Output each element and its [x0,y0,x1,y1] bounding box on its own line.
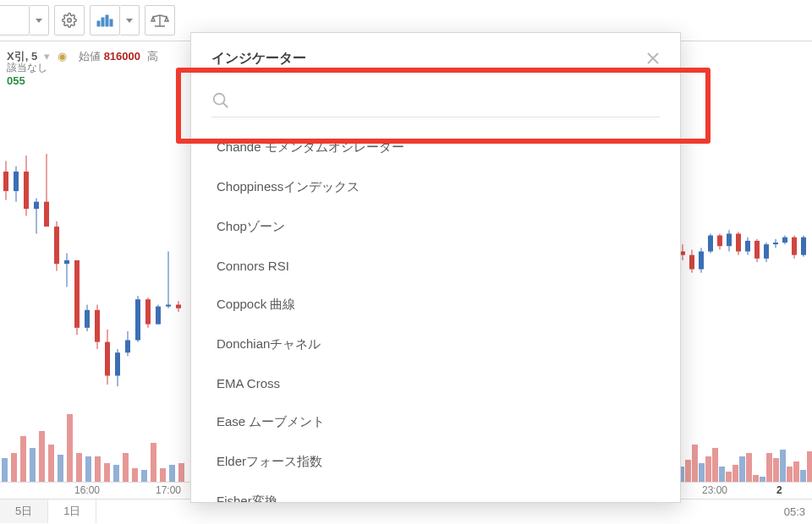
svg-rect-69 [2,458,8,482]
svg-rect-16 [54,227,59,264]
svg-point-109 [214,94,225,105]
svg-rect-91 [692,445,698,482]
svg-rect-106 [793,461,799,482]
svg-rect-8 [14,172,19,191]
indicator-item[interactable]: Ease ムーブメント [211,402,660,442]
candlestick-left [0,41,195,446]
volume-left [0,406,195,482]
svg-rect-68 [801,237,806,255]
indicator-item[interactable]: Connors RSI [211,247,660,285]
clock: 05:3 [784,505,805,518]
svg-rect-70 [11,453,17,482]
svg-rect-99 [746,453,752,482]
svg-rect-52 [727,234,732,247]
svg-rect-2 [102,18,104,26]
svg-rect-92 [699,463,705,482]
svg-rect-12 [34,202,39,209]
svg-rect-87 [169,465,175,482]
svg-rect-81 [113,465,119,482]
svg-rect-40 [176,305,181,308]
timeframe-1d[interactable]: 1日 [48,499,96,523]
svg-rect-50 [717,236,722,247]
svg-rect-1 [97,21,100,26]
svg-rect-66 [792,237,797,255]
svg-rect-56 [745,241,750,252]
svg-rect-34 [145,299,151,324]
chart-bars-icon [96,14,113,27]
svg-rect-62 [773,243,778,244]
candlestick-right [677,41,812,446]
svg-rect-71 [20,436,26,482]
svg-rect-24 [95,310,100,342]
svg-rect-84 [141,470,147,482]
svg-rect-72 [30,448,36,482]
indicators-modal: インジケーター Chande モメンタムオシレーターChoppinessインデッ… [190,32,681,503]
gear-icon [62,13,77,28]
svg-rect-86 [160,468,166,482]
indicator-item[interactable]: Chande モメンタムオシレーター [211,128,660,167]
indicator-item[interactable]: Coppock 曲線 [211,285,660,325]
volume-right [677,406,812,482]
svg-rect-90 [685,460,691,482]
svg-point-0 [68,19,72,23]
indicator-item[interactable]: EMA Cross [211,364,660,402]
indicator-list[interactable]: Chande モメンタムオシレーターChoppinessインデックスChopゾー… [191,128,680,502]
svg-rect-104 [780,450,786,482]
svg-rect-77 [76,453,82,482]
svg-rect-26 [105,342,110,376]
svg-rect-30 [125,341,130,353]
close-icon [646,52,660,65]
modal-title: インジケーター [211,50,306,68]
svg-rect-32 [135,299,140,340]
svg-rect-107 [800,470,806,482]
svg-rect-46 [699,252,704,270]
svg-rect-36 [156,307,161,325]
indicator-item[interactable]: Fisher変換 [211,482,660,502]
svg-rect-58 [754,241,760,259]
search-box[interactable] [211,85,660,117]
svg-rect-18 [64,260,69,264]
svg-rect-88 [178,463,184,482]
interval-button[interactable] [0,5,30,35]
svg-rect-38 [166,305,171,307]
svg-rect-73 [39,431,45,482]
compare-button[interactable] [145,5,175,35]
svg-rect-44 [689,255,694,270]
svg-rect-102 [766,453,772,482]
svg-rect-103 [773,458,779,482]
svg-rect-108 [807,451,812,482]
interval-dropdown[interactable] [30,5,49,35]
svg-rect-82 [123,453,129,482]
svg-rect-98 [739,456,745,482]
svg-rect-93 [705,456,711,482]
svg-rect-78 [85,456,91,482]
svg-rect-75 [58,455,63,482]
svg-rect-100 [753,475,759,482]
indicators-button[interactable] [90,5,120,35]
svg-rect-64 [782,237,787,243]
settings-button[interactable] [54,5,85,35]
close-button[interactable] [646,51,660,68]
svg-rect-6 [3,172,8,191]
svg-rect-20 [74,260,80,328]
svg-rect-28 [115,352,120,375]
indicator-item[interactable]: Elderフォース指数 [211,442,660,482]
indicator-item[interactable]: Chopゾーン [211,207,660,247]
indicators-dropdown[interactable] [120,5,140,35]
svg-rect-48 [708,236,713,252]
svg-rect-60 [764,244,769,259]
indicator-item[interactable]: Donchianチャネル [211,325,660,364]
timeframe-5d[interactable]: 5日 [0,499,48,523]
svg-rect-97 [732,465,738,482]
svg-rect-94 [712,448,718,482]
search-icon [211,91,230,110]
svg-rect-85 [151,443,156,482]
scales-icon [151,14,169,27]
svg-rect-80 [104,463,110,482]
indicator-item[interactable]: Choppinessインデックス [211,167,660,207]
search-input[interactable] [240,92,660,109]
svg-rect-54 [736,234,741,252]
svg-rect-96 [726,472,732,482]
svg-rect-22 [85,310,90,328]
svg-rect-10 [24,172,29,209]
